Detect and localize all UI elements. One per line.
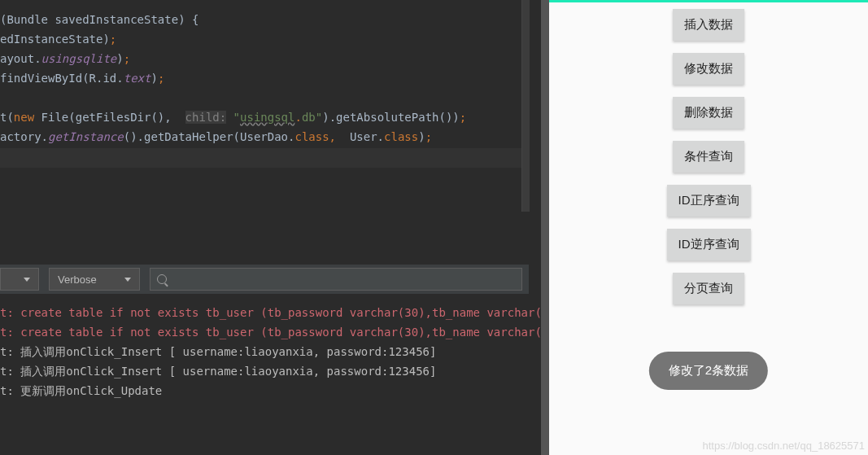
code-line <box>0 147 521 166</box>
chevron-down-icon <box>24 278 30 282</box>
paging-query-button[interactable]: 分页查询 <box>673 273 744 304</box>
logcat-output[interactable]: t: create table if not exists tb_user (t… <box>0 303 537 400</box>
delete-data-button[interactable]: 删除数据 <box>673 97 744 129</box>
code-line: actory.getInstance().getDataHelper(UserD… <box>0 127 521 147</box>
watermark: https://blog.csdn.net/qq_18625571 <box>703 440 866 452</box>
id-desc-query-button[interactable]: ID逆序查询 <box>667 229 751 260</box>
editor-panel: (Bundle savedInstanceState) {edInstanceS… <box>0 0 541 455</box>
log-level-dropdown[interactable]: Verbose <box>49 268 140 291</box>
log-level-value: Verbose <box>58 273 97 286</box>
vertical-scrollbar[interactable] <box>521 0 530 212</box>
log-line: t: create table if not exists tb_user (t… <box>0 303 537 322</box>
condition-query-button[interactable]: 条件查询 <box>673 141 744 173</box>
log-line: t: 更新调用onClick_Update <box>0 381 537 400</box>
emulator-panel: 插入数据修改数据删除数据条件查询ID正序查询ID逆序查询分页查询 修改了2条数据… <box>541 0 868 455</box>
chevron-down-icon <box>124 278 131 282</box>
log-line: t: 插入调用onClick_Insert [ username:liaoyan… <box>0 342 537 361</box>
id-asc-query-button[interactable]: ID正序查询 <box>667 185 751 217</box>
code-line: findViewById(R.id.text); <box>0 68 521 88</box>
button-column: 插入数据修改数据删除数据条件查询ID正序查询ID逆序查询分页查询 <box>549 2 868 304</box>
code-area[interactable]: (Bundle savedInstanceState) {edInstanceS… <box>0 0 521 212</box>
toast-message: 修改了2条数据 <box>649 352 768 390</box>
code-line: t(new File(getFilesDir(), child: "usings… <box>0 107 521 127</box>
code-line: edInstanceState); <box>0 29 521 49</box>
filter-dropdown-1[interactable] <box>0 268 39 291</box>
phone-screen: 插入数据修改数据删除数据条件查询ID正序查询ID逆序查询分页查询 修改了2条数据… <box>549 0 868 455</box>
update-data-button[interactable]: 修改数据 <box>673 53 744 85</box>
insert-data-button[interactable]: 插入数据 <box>673 9 744 41</box>
log-line: t: 插入调用onClick_Insert [ username:liaoyan… <box>0 361 537 381</box>
code-line <box>0 88 521 107</box>
log-line: t: create table if not exists tb_user (t… <box>0 322 537 342</box>
log-search-input[interactable] <box>150 268 522 291</box>
logcat-toolbar: Verbose <box>0 265 529 294</box>
search-icon <box>157 274 167 284</box>
code-line: ayout.usingsqlite); <box>0 49 521 68</box>
code-line: (Bundle savedInstanceState) { <box>0 10 521 29</box>
